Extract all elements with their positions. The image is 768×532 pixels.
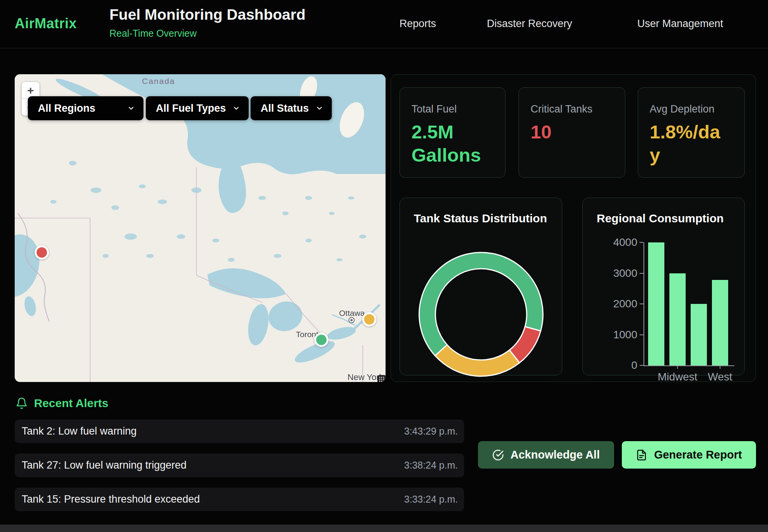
chevron-down-icon: [127, 104, 135, 112]
chevron-down-icon: [316, 104, 323, 112]
chevron-down-icon: [232, 104, 240, 112]
nav-user-management[interactable]: User Management: [637, 18, 723, 30]
resize-grip-handle[interactable]: [377, 375, 386, 382]
fuel-monitoring-dashboard: AirMatrix Fuel Monitoring Dashboard Real…: [0, 0, 768, 532]
acknowledge-all-label: Acknowledge All: [510, 448, 600, 461]
stat-label: Total Fuel: [411, 103, 493, 115]
filter-fuel-types-select[interactable]: All Fuel Types: [146, 96, 249, 120]
x-axis-tick: [720, 365, 720, 369]
consumption-bar: [669, 273, 686, 366]
alert-row[interactable]: Tank 2: Low fuel warning 3:43:29 p.m.: [15, 419, 464, 443]
consumption-bar: [648, 242, 664, 365]
x-axis-category-label: West: [708, 371, 732, 383]
consumption-bar: [691, 304, 707, 365]
y-axis-tick-label: 3000: [613, 267, 637, 280]
stat-card-avg-depletion: Avg Depletion 1.8%/day: [638, 87, 745, 178]
alerts-header: Recent Alerts: [15, 397, 108, 410]
check-circle-icon: [492, 449, 504, 461]
filter-fuel-types-value: All Fuel Types: [156, 102, 226, 114]
y-axis-tick-label: 2000: [613, 298, 637, 310]
stat-label: Critical Tanks: [531, 103, 613, 115]
nav-reports[interactable]: Reports: [399, 18, 436, 30]
overview-panel: Total Fuel 2.5M Gallons Critical Tanks 1…: [391, 74, 756, 382]
alert-text: Tank 15: Pressure threshold exceeded: [22, 493, 200, 505]
generate-report-button[interactable]: Generate Report: [622, 441, 756, 469]
page-title: Fuel Monitoring Dashboard: [109, 6, 305, 23]
bar-chart-title: Regional Consumption: [597, 212, 724, 225]
map-panel: Canada Ottawa Toronto New York + − All R…: [15, 74, 386, 382]
y-axis-tick: [640, 273, 643, 274]
stat-label: Avg Depletion: [650, 103, 733, 115]
stat-card-critical-tanks: Critical Tanks 10: [519, 87, 625, 178]
filter-regions-select[interactable]: All Regions: [28, 96, 143, 120]
bottom-strip: [0, 525, 768, 532]
filter-status-select[interactable]: All Status: [251, 96, 332, 120]
y-axis-tick: [640, 365, 643, 366]
stat-value-total-fuel: 2.5M Gallons: [411, 121, 487, 167]
stat-value-avg-depletion: 1.8%/day: [650, 121, 725, 167]
regional-consumption-card: Regional Consumption 01000200030004000Mi…: [582, 198, 745, 375]
x-axis-category-label: Midwest: [658, 371, 698, 383]
alert-timestamp: 3:43:29 p.m.: [404, 426, 458, 437]
generate-report-label: Generate Report: [654, 448, 742, 461]
brand-logo: AirMatrix: [15, 15, 77, 32]
map-label-canada: Canada: [128, 77, 189, 86]
alert-text: Tank 2: Low fuel warning: [22, 425, 137, 437]
tank-marker-critical[interactable]: [35, 246, 49, 260]
alert-text: Tank 27: Low fuel warning triggered: [22, 459, 186, 471]
y-axis-tick: [640, 242, 643, 243]
alert-timestamp: 3:38:24 p.m.: [404, 460, 458, 471]
alerts-title: Recent Alerts: [34, 397, 108, 410]
town-symbol-icon: [348, 317, 355, 323]
alert-row[interactable]: Tank 27: Low fuel warning triggered 3:38…: [15, 454, 464, 477]
donut-chart-title: Tank Status Distribution: [414, 212, 547, 225]
filter-status-value: All Status: [261, 102, 309, 114]
y-axis-tick: [640, 304, 643, 304]
alert-timestamp: 3:33:24 p.m.: [404, 494, 458, 505]
acknowledge-all-button[interactable]: Acknowledge All: [478, 441, 614, 469]
map-canvas[interactable]: [15, 74, 386, 382]
document-icon: [636, 449, 647, 461]
consumption-bar: [712, 280, 728, 365]
y-axis-tick-label: 1000: [613, 329, 637, 341]
filter-regions-value: All Regions: [38, 102, 96, 114]
tank-marker-warning[interactable]: [362, 312, 377, 327]
y-axis-tick-label: 4000: [613, 236, 637, 249]
alert-row[interactable]: Tank 15: Pressure threshold exceeded 3:3…: [15, 488, 464, 511]
donut-slice: [435, 345, 519, 376]
stat-value-critical-tanks: 10: [531, 121, 606, 144]
tank-status-card: Tank Status Distribution: [399, 198, 562, 375]
tank-marker-normal[interactable]: [314, 333, 329, 347]
y-axis-tick-label: 0: [631, 359, 637, 372]
stat-card-total-fuel: Total Fuel 2.5M Gallons: [399, 87, 505, 178]
nav-disaster-recovery[interactable]: Disaster Recovery: [487, 18, 572, 30]
bell-icon: [15, 397, 28, 409]
x-axis-tick: [677, 365, 678, 369]
header: AirMatrix Fuel Monitoring Dashboard Real…: [0, 0, 768, 48]
map-label-ottawa: Ottawa: [339, 309, 365, 318]
y-axis-tick: [640, 334, 643, 335]
page-subtitle: Real-Time Overview: [109, 28, 197, 39]
bar-chart-plot: 01000200030004000MidwestWest: [643, 242, 734, 366]
tank-status-donut: [416, 249, 546, 379]
